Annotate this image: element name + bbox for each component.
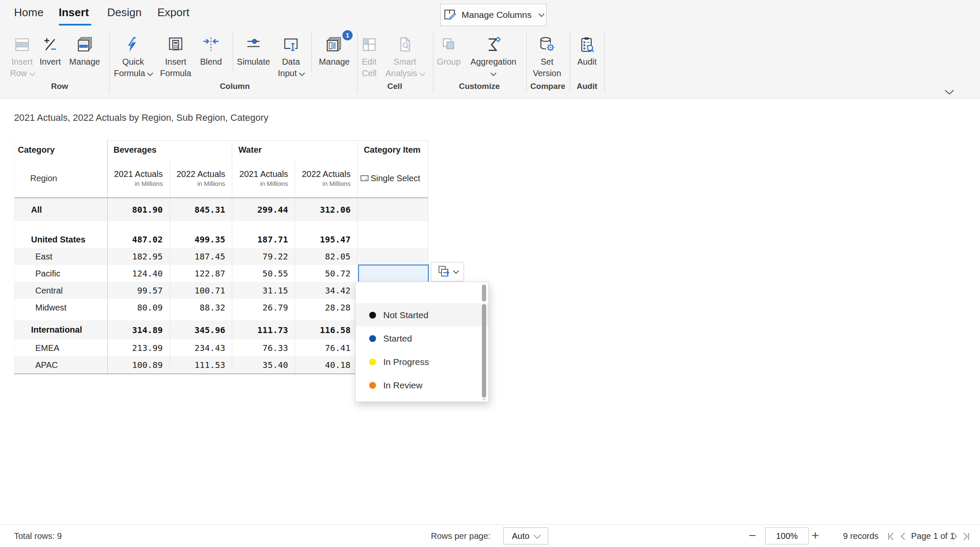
cell[interactable]: 116.58 <box>295 320 358 339</box>
header-measure-3[interactable]: 2021 Actuals in Millions <box>232 159 295 197</box>
zoom-level-field[interactable]: 100% <box>765 527 809 544</box>
set-version-button[interactable]: Set Version <box>528 33 566 79</box>
header-category-item[interactable]: Category Item <box>358 140 428 159</box>
row-label[interactable]: All <box>14 198 108 221</box>
cell[interactable]: 111.73 <box>232 320 295 339</box>
header-beverages[interactable]: Beverages <box>108 140 233 159</box>
spacer-cell <box>358 221 428 231</box>
audit-button[interactable]: Audit <box>570 33 604 68</box>
cell-category-item[interactable] <box>358 198 428 221</box>
zoom-in-button[interactable]: + <box>812 528 819 543</box>
first-page-button[interactable] <box>886 531 897 544</box>
cell[interactable]: 487.02 <box>108 231 170 248</box>
header-category[interactable]: Category <box>14 140 108 159</box>
table-spacer-row <box>14 221 428 231</box>
manage-row-button[interactable]: Manage <box>66 33 104 68</box>
cell[interactable]: 76.41 <box>295 339 358 356</box>
cell[interactable]: 345.96 <box>170 320 233 339</box>
row-label[interactable]: APAC <box>14 356 108 373</box>
chevron-down-icon <box>299 70 305 76</box>
cell[interactable]: 299.44 <box>232 198 295 221</box>
last-page-button[interactable] <box>960 531 971 544</box>
row-label[interactable]: International <box>14 320 108 339</box>
dropdown-option-not-started[interactable]: Not Started <box>356 303 488 327</box>
cell-category-item[interactable] <box>358 231 428 248</box>
blend-button[interactable]: Blend <box>192 33 230 68</box>
cell[interactable]: 76.33 <box>232 339 295 356</box>
header-measure-4[interactable]: 2022 Actuals in Millions <box>295 159 358 197</box>
header-single-select[interactable]: Single Select <box>358 159 428 197</box>
cell[interactable]: 35.40 <box>232 356 295 373</box>
cell[interactable]: 111.53 <box>170 356 233 373</box>
collapse-ribbon-chevron[interactable] <box>943 89 955 97</box>
manage-versions-button[interactable]: 1 Manage <box>315 33 353 68</box>
cell[interactable]: 50.72 <box>295 265 358 282</box>
cell[interactable]: 314.89 <box>108 320 170 339</box>
cell[interactable]: 26.79 <box>232 299 295 316</box>
cell[interactable]: 499.35 <box>170 231 233 248</box>
manage-columns-button[interactable]: Manage Columns <box>440 4 547 26</box>
data-input-button[interactable]: Data Input <box>272 33 310 79</box>
tab-export[interactable]: Export <box>157 6 189 19</box>
cell[interactable]: 845.31 <box>170 198 233 221</box>
group-icon <box>430 33 468 56</box>
cell[interactable]: 40.18 <box>295 356 358 373</box>
cell[interactable]: 801.90 <box>108 198 170 221</box>
dropdown-option-in-review[interactable]: In Review <box>356 373 488 397</box>
cell[interactable]: 182.95 <box>108 248 170 265</box>
cell[interactable]: 80.09 <box>108 299 170 316</box>
cell[interactable]: 234.43 <box>170 339 233 356</box>
row-label[interactable]: United States <box>14 231 108 248</box>
quick-formula-button[interactable]: Quick Formula <box>112 33 154 79</box>
header-water[interactable]: Water <box>232 140 358 159</box>
page-status: Page 1 of 1 <box>911 531 954 541</box>
row-label[interactable]: East <box>14 248 108 265</box>
cell[interactable]: 50.55 <box>232 265 295 282</box>
cell[interactable]: 28.28 <box>295 299 358 316</box>
previous-page-button[interactable] <box>898 531 909 544</box>
cell[interactable]: 187.45 <box>170 248 233 265</box>
tab-design[interactable]: Design <box>107 6 142 19</box>
dropdown-scrollbar-thumb[interactable] <box>482 285 486 302</box>
cell[interactable]: 100.71 <box>170 282 233 299</box>
cell[interactable]: 88.32 <box>170 299 233 316</box>
cell[interactable]: 213.99 <box>108 339 170 356</box>
cell[interactable]: 312.06 <box>295 198 358 221</box>
cell[interactable]: 187.71 <box>232 231 295 248</box>
cell[interactable]: 124.40 <box>108 265 170 282</box>
rows-per-page-select[interactable]: Auto <box>503 527 548 544</box>
row-label[interactable]: Pacific <box>14 265 108 282</box>
next-page-button[interactable] <box>949 531 960 544</box>
cell[interactable]: 99.57 <box>108 282 170 299</box>
cell[interactable]: 79.22 <box>232 248 295 265</box>
cell[interactable]: 122.87 <box>170 265 233 282</box>
edit-cell-icon <box>350 33 388 56</box>
dropdown-scrollbar-thumb[interactable] <box>482 304 486 398</box>
zoom-out-button[interactable]: − <box>749 528 756 543</box>
header-measure-1[interactable]: 2021 Actuals in Millions <box>108 159 170 197</box>
cell[interactable]: 31.15 <box>232 282 295 299</box>
cell[interactable]: 100.89 <box>108 356 170 373</box>
ribbon: Home Insert Design Export Insert Row Inv… <box>0 0 980 99</box>
row-label[interactable]: EMEA <box>14 339 108 356</box>
row-label[interactable]: Central <box>14 282 108 299</box>
cell[interactable]: 34.42 <box>295 282 358 299</box>
measure-title: 2022 Actuals <box>302 169 351 179</box>
simulate-button[interactable]: Simulate <box>234 33 273 68</box>
cell[interactable]: 82.05 <box>295 248 358 265</box>
insert-formula-button[interactable]: Insert Formula <box>154 33 197 79</box>
row-label[interactable]: Midwest <box>14 299 108 316</box>
header-measure-2[interactable]: 2022 Actuals in Millions <box>170 159 233 197</box>
header-region[interactable]: Region <box>14 159 108 197</box>
aggregation-button[interactable]: Aggregation <box>470 33 517 79</box>
dropdown-option-in-progress[interactable]: In Progress <box>356 350 488 373</box>
cell[interactable]: 195.47 <box>295 231 358 248</box>
tab-home[interactable]: Home <box>14 6 43 19</box>
dropdown-option-started[interactable]: Started <box>356 327 488 350</box>
selected-cell[interactable] <box>358 265 429 282</box>
invert-button[interactable]: Invert <box>31 33 69 68</box>
paste-options-button[interactable] <box>431 262 464 282</box>
tab-insert[interactable]: Insert <box>59 6 89 19</box>
cell-category-item[interactable] <box>358 248 428 265</box>
dropdown-option-blank[interactable] <box>356 282 488 303</box>
